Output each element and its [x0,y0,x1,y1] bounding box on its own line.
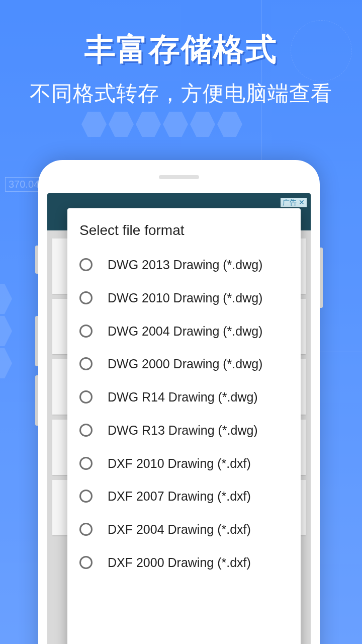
dialog-title: Select file format [67,208,301,249]
cancel-button[interactable]: 取消 [256,642,291,644]
format-option[interactable]: DWG 2004 Drawing (*.dwg) [79,315,289,348]
phone-speaker [159,175,199,179]
dialog-options-list: DWG 2013 Drawing (*.dwg) DWG 2010 Drawin… [67,249,301,635]
format-label: DXF 2000 Drawing (*.dxf) [108,554,251,572]
radio-icon [79,291,93,304]
format-option[interactable]: DWG 2000 Drawing (*.dwg) [79,348,289,381]
subheadline: 不同格式转存，方便电脑端查看 [0,79,362,108]
format-option[interactable]: DXF 2000 Drawing (*.dxf) [79,546,289,580]
dialog-actions: 取消 [67,635,301,644]
format-label: DXF 2010 Drawing (*.dxf) [108,455,251,472]
ad-close-tag[interactable]: 广告 ✕ [281,198,307,207]
format-label: DXF 2007 Drawing (*.dxf) [108,488,251,505]
decorative-measurement: 370.04 [5,177,43,192]
format-option[interactable]: DWG 2010 Drawing (*.dwg) [79,282,289,315]
radio-icon [79,390,93,404]
radio-icon [79,523,93,536]
phone-side-button [35,246,38,274]
select-format-dialog: Select file format DWG 2013 Drawing (*.d… [67,208,301,644]
format-option[interactable]: DWG 2013 Drawing (*.dwg) [79,249,289,282]
radio-icon [79,424,93,437]
phone-screen: 广告 ✕ Select file format DWG 2013 Drawing… [47,193,311,644]
format-option[interactable]: DXF 2010 Drawing (*.dxf) [79,447,289,480]
radio-icon [79,325,93,338]
format-label: DWG 2004 Drawing (*.dwg) [108,323,262,340]
phone-volume-down [35,375,38,426]
radio-icon [79,357,93,370]
radio-icon [79,556,93,569]
format-label: DXF 2004 Drawing (*.dxf) [108,521,251,538]
format-option[interactable]: DXF 2007 Drawing (*.dxf) [79,480,289,513]
format-label: DWG R14 Drawing (*.dwg) [108,389,258,406]
phone-volume-up [35,316,38,366]
format-label: DWG 2010 Drawing (*.dwg) [108,290,262,307]
radio-icon [79,490,93,503]
phone-power-button [320,248,323,308]
format-label: DWG 2013 Drawing (*.dwg) [108,257,262,274]
promo-background: 370.04 丰富存储格式 不同格式转存，方便电脑端查看 广告 ✕ Select… [0,0,362,644]
format-option[interactable]: DXF 2004 Drawing (*.dxf) [79,513,289,546]
radio-icon [79,258,93,271]
format-label: DWG R13 Drawing (*.dwg) [108,422,258,439]
format-option[interactable]: DWG R13 Drawing (*.dwg) [79,414,289,447]
radio-icon [79,457,93,470]
headline: 丰富存储格式 [0,28,362,70]
format-label: DWG 2000 Drawing (*.dwg) [108,356,262,373]
decorative-hexagons [80,111,282,151]
format-option[interactable]: DWG R14 Drawing (*.dwg) [79,381,289,414]
phone-frame: 广告 ✕ Select file format DWG 2013 Drawing… [38,160,320,644]
